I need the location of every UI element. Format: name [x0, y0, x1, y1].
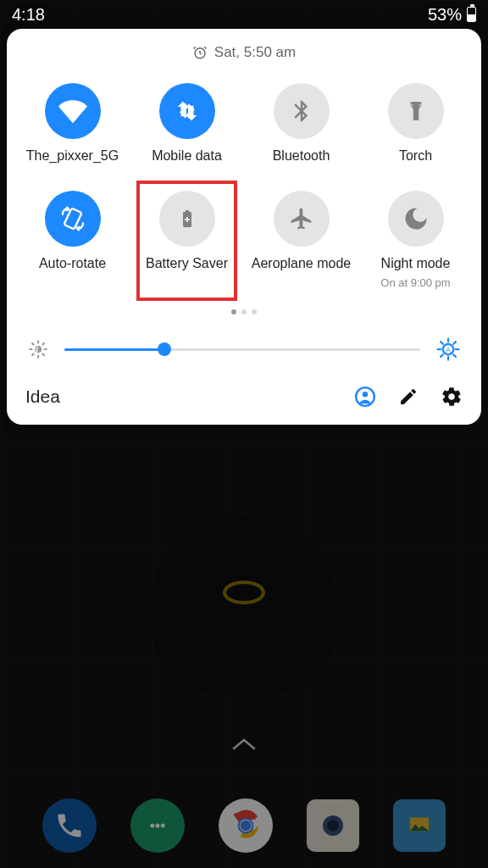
app-camera[interactable] — [307, 799, 359, 852]
svg-point-10 — [156, 824, 160, 828]
svg-point-8 — [363, 392, 369, 398]
wallpaper-character — [151, 492, 337, 712]
chrome-icon — [225, 804, 267, 847]
tile-night-mode[interactable]: Night mode On at 9:00 pm — [358, 191, 473, 289]
slider-fill — [64, 348, 164, 351]
tile-label: Torch — [399, 147, 432, 164]
wifi-icon — [58, 97, 87, 125]
carrier-label: Idea — [25, 387, 354, 407]
tile-torch[interactable]: Torch — [358, 83, 473, 164]
panel-footer: Idea — [15, 386, 473, 411]
svg-point-11 — [161, 824, 165, 828]
moon-icon — [403, 206, 429, 231]
tile-sublabel: On at 9:00 pm — [380, 276, 450, 289]
gallery-icon — [403, 810, 435, 842]
tile-battery-saver[interactable]: Battery Saver — [130, 191, 244, 289]
data-arrows-icon — [175, 98, 200, 124]
airplane-icon — [289, 206, 314, 231]
status-time: 4:18 — [12, 5, 45, 25]
svg-point-17 — [327, 820, 339, 832]
svg-rect-3 — [64, 209, 81, 230]
alarm-indicator[interactable]: Sat, 5:50 am — [15, 44, 473, 61]
dock — [0, 798, 488, 853]
app-messages[interactable] — [130, 798, 185, 853]
svg-point-15 — [241, 821, 252, 832]
rotate-icon — [59, 205, 86, 232]
tile-label: Night mode — [381, 255, 451, 271]
battery-percentage: 53% — [428, 5, 462, 25]
dot-1 — [231, 309, 236, 314]
svg-rect-1 — [413, 102, 419, 106]
app-gallery[interactable] — [393, 799, 446, 852]
battery-icon — [467, 7, 476, 22]
svg-text:A: A — [446, 346, 451, 354]
app-chrome[interactable] — [219, 798, 273, 853]
tile-label: The_pixxer_5G — [26, 147, 119, 164]
camera-icon — [318, 810, 348, 841]
user-icon[interactable] — [354, 386, 376, 408]
alarm-icon — [192, 45, 208, 60]
quick-settings-panel: Sat, 5:50 am The_pixxer_5G Mobile data — [7, 29, 481, 425]
tile-label: Auto-rotate — [39, 255, 106, 271]
edit-icon[interactable] — [398, 387, 419, 407]
svg-rect-2 — [413, 107, 417, 120]
bluetooth-icon — [289, 98, 314, 124]
tile-label: Aeroplane mode — [252, 255, 351, 271]
tile-label: Bluetooth — [273, 147, 330, 164]
brightness-row: A — [15, 337, 473, 362]
app-phone[interactable] — [42, 798, 97, 853]
tile-mobile-data[interactable]: Mobile data — [130, 83, 244, 164]
chat-icon — [145, 813, 170, 838]
tile-wifi[interactable]: The_pixxer_5G — [15, 83, 130, 164]
brightness-auto-icon[interactable]: A — [435, 337, 461, 362]
tile-bluetooth[interactable]: Bluetooth — [244, 83, 358, 164]
tile-auto-rotate[interactable]: Auto-rotate — [15, 191, 130, 289]
settings-icon[interactable] — [441, 386, 463, 408]
phone-icon — [54, 810, 85, 841]
tile-label: Battery Saver — [146, 255, 228, 271]
tile-aeroplane-mode[interactable]: Aeroplane mode — [244, 191, 358, 289]
page-indicator[interactable] — [15, 309, 473, 314]
torch-icon — [405, 100, 427, 122]
tile-label: Mobile data — [152, 147, 222, 164]
status-bar: 4:18 53% — [0, 0, 488, 29]
brightness-slider[interactable] — [64, 348, 420, 351]
svg-point-9 — [150, 824, 154, 828]
brightness-low-icon — [27, 338, 49, 360]
dot-3 — [252, 309, 257, 314]
slider-thumb[interactable] — [158, 342, 171, 356]
swipe-up-indicator[interactable] — [231, 737, 257, 751]
quick-tiles-grid: The_pixxer_5G Mobile data Bluetooth — [15, 83, 473, 289]
battery-saver-icon — [177, 209, 197, 229]
dot-2 — [241, 309, 247, 314]
alarm-text: Sat, 5:50 am — [214, 44, 296, 61]
